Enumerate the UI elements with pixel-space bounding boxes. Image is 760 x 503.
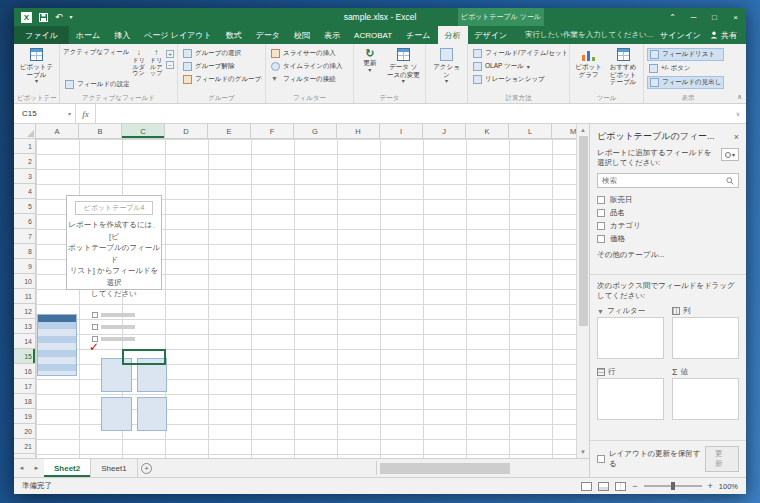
column-header-F[interactable]: F xyxy=(251,124,294,138)
save-button[interactable] xyxy=(39,13,48,22)
field-item-カテゴリ[interactable]: カテゴリ xyxy=(597,219,739,232)
share-button[interactable]: 共有 xyxy=(710,30,737,41)
ribbon-tab-データ[interactable]: データ xyxy=(249,26,287,44)
zoom-level[interactable]: 100% xyxy=(719,482,738,491)
row-header-12[interactable]: 12 xyxy=(14,304,35,319)
row-header-16[interactable]: 16 xyxy=(14,364,35,379)
row-header-4[interactable]: 4 xyxy=(14,184,35,199)
column-header-B[interactable]: B xyxy=(79,124,122,138)
field-headers-toggle[interactable]: フィールドの見出し xyxy=(647,76,724,89)
field-search-input[interactable] xyxy=(602,176,726,185)
ribbon-display-options-button[interactable]: ⌃ xyxy=(662,8,683,26)
name-box[interactable]: C15 ▾ xyxy=(14,104,76,123)
field-search-box[interactable] xyxy=(597,173,739,188)
column-header-D[interactable]: D xyxy=(165,124,208,138)
horizontal-scroll-thumb[interactable] xyxy=(380,463,510,474)
relationships-button[interactable]: リレーションシップ xyxy=(471,74,566,85)
row-header-18[interactable]: 18 xyxy=(14,394,35,409)
column-header-J[interactable]: J xyxy=(423,124,466,138)
column-header-M[interactable]: M xyxy=(552,124,576,138)
page-break-view-icon[interactable] xyxy=(615,482,626,491)
row-header-5[interactable]: 5 xyxy=(14,199,35,214)
expand-field-button[interactable]: + xyxy=(166,50,174,58)
zoom-out-button[interactable]: − xyxy=(632,482,637,491)
sign-in-button[interactable]: サインイン xyxy=(660,30,701,41)
tell-me-box[interactable]: 実行したい作業を入力してください... xyxy=(514,26,660,44)
change-data-source-button[interactable]: データ ソースの変更 ▾ xyxy=(385,46,422,93)
recommended-pivottables-button[interactable]: おすすめピボットテーブル xyxy=(606,46,640,93)
group-selection-button[interactable]: グループの選択 xyxy=(181,48,262,59)
row-header-19[interactable]: 19 xyxy=(14,409,35,424)
field-item-品名[interactable]: 品名 xyxy=(597,206,739,219)
row-header-2[interactable]: 2 xyxy=(14,154,35,169)
field-item-価格[interactable]: 価格 xyxy=(597,232,739,245)
insert-function-button[interactable]: fx xyxy=(76,104,96,123)
customize-qat-button[interactable]: ▾ xyxy=(70,14,73,20)
ribbon-tab-ファイル[interactable]: ファイル xyxy=(14,26,69,44)
scroll-down-icon[interactable]: ▼ xyxy=(580,448,586,456)
column-header-K[interactable]: K xyxy=(466,124,509,138)
column-header-C[interactable]: C xyxy=(122,124,165,138)
row-header-10[interactable]: 10 xyxy=(14,274,35,289)
selected-cell-C15[interactable] xyxy=(122,349,166,365)
normal-view-icon[interactable] xyxy=(581,482,592,491)
olap-tools-button[interactable]: OLAP ツール ▾ xyxy=(471,61,566,72)
row-header-11[interactable]: 11 xyxy=(14,289,35,304)
pivotchart-button[interactable]: ピボットグラフ xyxy=(573,46,604,93)
field-checkbox[interactable] xyxy=(597,235,605,243)
row-header-14[interactable]: 14 xyxy=(14,334,35,349)
filter-connections-button[interactable]: ▼ フィルターの接続 xyxy=(269,74,345,85)
formula-input[interactable] xyxy=(96,104,730,123)
ribbon-tab-ACROBAT[interactable]: ACROBAT xyxy=(347,26,399,44)
undo-button[interactable]: ↶ xyxy=(55,13,63,22)
zoom-in-button[interactable]: + xyxy=(708,482,713,491)
field-checkbox[interactable] xyxy=(597,222,605,230)
ungroup-button[interactable]: グループ解除 xyxy=(181,61,262,72)
values-area-dropzone[interactable] xyxy=(672,378,739,420)
row-header-15[interactable]: 15 xyxy=(14,349,35,364)
sheet-tab-Sheet2[interactable]: Sheet2 xyxy=(44,459,91,477)
ribbon-tab-表示[interactable]: 表示 xyxy=(317,26,347,44)
restore-button[interactable]: □ xyxy=(704,8,725,26)
ribbon-tab-ページ レイアウト[interactable]: ページ レイアウト xyxy=(137,26,219,44)
sheet-tab-Sheet1[interactable]: Sheet1 xyxy=(91,459,137,477)
horizontal-scrollbar[interactable] xyxy=(376,461,589,475)
column-header-H[interactable]: H xyxy=(337,124,380,138)
insert-timeline-button[interactable]: タイムラインの挿入 xyxy=(269,61,345,72)
columns-area-dropzone[interactable] xyxy=(672,317,739,359)
close-button[interactable]: × xyxy=(725,8,746,26)
zoom-slider-thumb[interactable] xyxy=(671,482,675,490)
vertical-scroll-thumb[interactable] xyxy=(579,136,588,326)
field-checkbox[interactable] xyxy=(597,209,605,217)
ribbon-tab-挿入[interactable]: 挿入 xyxy=(107,26,137,44)
field-list-toggle[interactable]: フィールドリスト xyxy=(647,48,724,61)
grid-cells[interactable]: ピボットテーブル4 レポートを作成するには、[ピ ボットテーブルのフィールド リ… xyxy=(36,139,576,458)
ribbon-tab-数式[interactable]: 数式 xyxy=(219,26,249,44)
pane-tools-button[interactable]: ▾ xyxy=(721,148,739,161)
ribbon-tab-分析[interactable]: 分析 xyxy=(438,26,468,44)
scroll-up-icon[interactable]: ▲ xyxy=(580,126,586,134)
page-layout-view-icon[interactable] xyxy=(598,482,609,491)
row-header-1[interactable]: 1 xyxy=(14,139,35,154)
drill-down-button[interactable]: ↓ ドリルダウン xyxy=(131,46,147,93)
sheet-nav-left-icon[interactable]: ◄ xyxy=(14,459,29,477)
insert-slicer-button[interactable]: スライサーの挿入 xyxy=(269,48,345,59)
collapse-field-button[interactable]: − xyxy=(166,61,174,69)
pivottable-button[interactable]: ピボットテーブル ▾ xyxy=(17,46,56,93)
sheet-nav-right-icon[interactable]: ► xyxy=(29,459,44,477)
collapse-ribbon-button[interactable]: ∧ xyxy=(737,93,742,101)
group-field-button[interactable]: フィールドのグループ化 xyxy=(181,74,262,85)
row-header-20[interactable]: 20 xyxy=(14,424,35,439)
field-settings-button[interactable]: フィールドの設定 xyxy=(63,79,129,90)
row-header-6[interactable]: 6 xyxy=(14,214,35,229)
field-item-販売日[interactable]: 販売日 xyxy=(597,193,739,206)
refresh-button[interactable]: ↻ 更新 ▾ xyxy=(357,46,383,93)
drill-up-button[interactable]: ↑ ドリルアップ xyxy=(149,46,165,93)
rows-area-dropzone[interactable] xyxy=(597,378,664,420)
name-box-dropdown-icon[interactable]: ▾ xyxy=(68,110,75,117)
formula-bar-expand-button[interactable]: ∨ xyxy=(730,104,746,123)
row-header-9[interactable]: 9 xyxy=(14,259,35,274)
field-checkbox[interactable] xyxy=(597,196,605,204)
ribbon-tab-校閲[interactable]: 校閲 xyxy=(287,26,317,44)
row-header-13[interactable]: 13 xyxy=(14,319,35,334)
